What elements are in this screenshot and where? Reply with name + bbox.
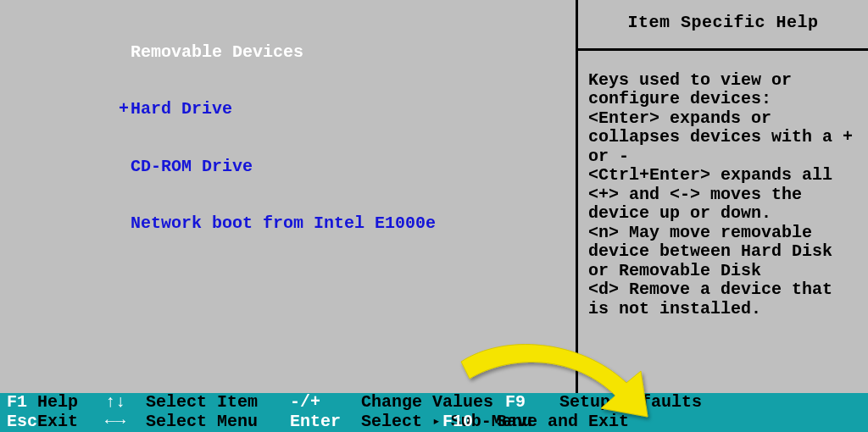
boot-order-list[interactable]: Removable Devices +Hard Drive CD-ROM Dri… xyxy=(12,24,576,252)
footer-row-1: F1 Help ↑↓ Select Item -/+ Change Values… xyxy=(0,394,868,413)
key-f10: F10 xyxy=(442,413,497,432)
boot-item-label: Removable Devices xyxy=(131,42,303,62)
help-title: Item Specific Help xyxy=(578,0,868,51)
boot-item-label: CD-ROM Drive xyxy=(131,157,253,176)
boot-item-hard-drive[interactable]: +Hard Drive xyxy=(37,81,576,139)
key-f9: F9 xyxy=(505,394,559,413)
key-leftright: ←→ xyxy=(105,413,146,432)
key-enter: Enter xyxy=(290,413,361,432)
boot-order-pane: Removable Devices +Hard Drive CD-ROM Dri… xyxy=(0,0,576,394)
label-exit: Exit xyxy=(37,413,105,432)
help-pane: Item Specific Help Keys used to view or … xyxy=(576,0,868,394)
boot-item-cdrom[interactable]: CD-ROM Drive xyxy=(37,138,576,196)
label-help: Help xyxy=(37,394,105,413)
label-select: Select ▸ Sub-Menu xyxy=(361,413,442,432)
help-body-text: Keys used to view or configure devices:<… xyxy=(578,51,868,328)
key-esc: Esc xyxy=(0,413,37,432)
label-save-and-exit: Save and Exit xyxy=(497,413,868,432)
boot-item-removable-devices[interactable]: Removable Devices xyxy=(37,24,576,81)
boot-item-label: Network boot from Intel E1000e xyxy=(131,213,436,233)
expand-marker: + xyxy=(119,100,131,119)
key-f1: F1 xyxy=(0,394,37,413)
label-select-menu: Select Menu xyxy=(146,413,290,432)
label-setup-defaults: Setup Defaults xyxy=(559,394,868,413)
footer-row-2: Esc Exit ←→ Select Menu Enter Select ▸ S… xyxy=(0,413,868,432)
triangle-right-icon: ▸ xyxy=(432,413,441,432)
label-select-item: Select Item xyxy=(146,394,290,413)
key-updown: ↑↓ xyxy=(105,394,146,413)
bios-main-area: Removable Devices +Hard Drive CD-ROM Dri… xyxy=(0,0,868,394)
label-change-values: Change Values xyxy=(361,394,505,413)
boot-item-label: Hard Drive xyxy=(131,99,232,119)
footer-key-hints: F1 Help ↑↓ Select Item -/+ Change Values… xyxy=(0,393,868,432)
key-plusminus: -/+ xyxy=(290,394,361,413)
boot-item-network[interactable]: Network boot from Intel E1000e xyxy=(37,196,576,253)
